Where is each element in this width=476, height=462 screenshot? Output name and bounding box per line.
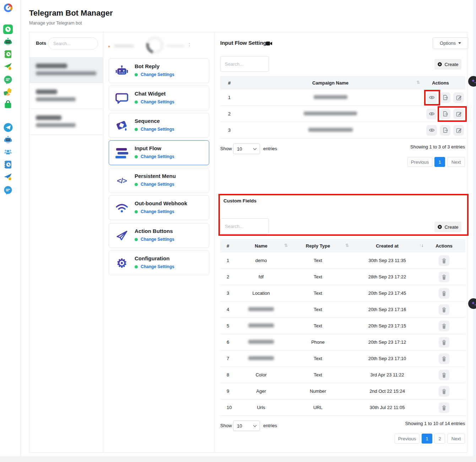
page-1-button[interactable]: 1 xyxy=(434,157,445,167)
delete-field-button[interactable] xyxy=(439,337,449,348)
col-created-at: Created at xyxy=(352,243,423,249)
card-chat-widget[interactable]: Chat Widget Change Settings xyxy=(109,86,209,110)
scrollbar[interactable] xyxy=(473,0,476,462)
send-campaign-green-icon[interactable]: 1 xyxy=(3,62,13,72)
card-configuration[interactable]: ⚙ Configuration Change Settings xyxy=(109,250,209,275)
bot-list-item-3[interactable] xyxy=(29,109,103,135)
campaign-create-button[interactable]: Create xyxy=(434,59,461,70)
telegram-icon[interactable] xyxy=(3,123,13,132)
field-created-at: 3rd Apr 23 11:22 xyxy=(352,372,423,377)
campaign-table: # Campaign Name Actions ⇅ 1 2 xyxy=(220,76,465,138)
custom-fields-search-input[interactable] xyxy=(220,218,269,234)
view-action-button[interactable] xyxy=(426,92,437,103)
delete-field-button[interactable] xyxy=(439,386,449,397)
sequence-change-settings-link[interactable]: Change Settings xyxy=(141,127,174,132)
persistent-menu-change-settings-link[interactable]: Change Settings xyxy=(141,182,174,187)
outbound-webhook-change-settings-link[interactable]: Change Settings xyxy=(141,209,174,214)
video-camera-icon[interactable] xyxy=(266,41,272,47)
chat-widget-icon xyxy=(114,91,130,106)
card-persistent-menu[interactable]: </> Persistent Menu Change Settings xyxy=(109,168,209,193)
options-button[interactable]: Options xyxy=(433,37,468,49)
delete-field-button[interactable] xyxy=(439,353,449,364)
page-1-button[interactable]: 1 xyxy=(422,434,432,444)
delete-field-button[interactable] xyxy=(439,255,449,266)
card-outbound-webhook[interactable]: Out-bound Webhook Change Settings xyxy=(109,195,209,220)
shop-green-icon[interactable] xyxy=(3,100,13,110)
send-campaign-blue-icon[interactable]: 1 xyxy=(3,172,13,182)
custom-field-row-2: 2 fdf Text 28th Sep 23 17:22 xyxy=(220,269,465,285)
delete-field-button[interactable] xyxy=(439,288,449,299)
entries-label: entries xyxy=(263,146,277,151)
status-dot xyxy=(135,238,138,241)
chat-widget-change-settings-link[interactable]: Change Settings xyxy=(141,99,174,104)
custom-field-row-6: 6 Phone 20th Sep 23 17:12 xyxy=(220,334,465,350)
export-action-button[interactable] xyxy=(440,125,450,136)
export-action-button[interactable] xyxy=(440,92,450,103)
bot-list-item-2[interactable] xyxy=(29,83,103,109)
field-reply-type: Number xyxy=(284,388,352,394)
sort-name-icon[interactable]: ⇅ xyxy=(284,243,288,248)
whatsapp-icon[interactable] xyxy=(3,25,13,34)
card-action-buttons[interactable]: Action Buttons Change Settings xyxy=(109,223,209,248)
action-buttons-change-settings-link[interactable]: Change Settings xyxy=(141,237,174,242)
field-name: Color xyxy=(238,372,284,377)
edit-action-button[interactable] xyxy=(453,109,464,119)
page-size-select[interactable]: 10 xyxy=(233,420,260,431)
left-app-rail: 1 1 xyxy=(0,0,21,462)
card-bot-reply[interactable]: Bot Reply Change Settings xyxy=(109,58,209,83)
delete-field-button[interactable] xyxy=(439,402,449,413)
export-action-button[interactable] xyxy=(440,109,450,119)
custom-field-row-3: 3 Location Text 20th Sep 23 17:45 xyxy=(220,285,465,301)
campaign-search-input[interactable] xyxy=(220,56,269,72)
view-action-button[interactable] xyxy=(426,109,437,119)
assistant-sparkle-button[interactable] xyxy=(468,298,476,309)
chevron-down-icon xyxy=(253,424,257,427)
bot-reply-change-settings-link[interactable]: Change Settings xyxy=(141,72,174,77)
caret-down-icon xyxy=(458,42,461,44)
bots-panel-title: Bots xyxy=(36,40,46,46)
card-input-flow[interactable]: Input Flow Change Settings xyxy=(109,140,209,165)
edit-action-button[interactable] xyxy=(453,92,464,103)
assistant-sparkle-button[interactable] xyxy=(468,76,476,87)
page-2-button[interactable]: 2 xyxy=(434,434,445,444)
card-sequence-label: Sequence xyxy=(135,118,160,124)
bots-search-input[interactable] xyxy=(48,37,98,50)
page-bottom-strip xyxy=(0,456,476,462)
custom-field-row-8: 8 Color Text 3rd Apr 23 11:22 xyxy=(220,367,465,383)
contact-book-blue-icon[interactable] xyxy=(3,160,13,170)
chevron-down-icon xyxy=(253,147,257,150)
card-sequence[interactable]: Sequence Change Settings xyxy=(109,113,209,138)
previous-page-button[interactable]: Previous xyxy=(395,434,420,444)
custom-fields-create-button[interactable]: Create xyxy=(434,222,461,232)
delete-field-button[interactable] xyxy=(439,304,449,315)
edit-action-button[interactable] xyxy=(453,125,464,136)
custom-field-row-10: 10 Urls URL 30th Jul 22 11:05 xyxy=(220,400,465,416)
view-action-button[interactable] xyxy=(426,125,437,136)
chat-blue-icon[interactable] xyxy=(3,185,13,195)
sort-icon[interactable]: ⇅ xyxy=(416,80,420,85)
previous-page-button[interactable]: Previous xyxy=(407,157,432,167)
bot-green-icon[interactable] xyxy=(3,37,13,47)
delete-field-button[interactable] xyxy=(439,370,449,380)
next-page-button[interactable]: Next xyxy=(447,157,465,167)
chat-green-icon[interactable] xyxy=(3,75,13,85)
field-created-at: 2nd Oct 22 15:24 xyxy=(352,388,423,394)
sort-created-at-icon[interactable]: ↑↓ xyxy=(419,243,423,248)
bot-blue-icon[interactable] xyxy=(3,135,13,145)
sort-reply-type-icon[interactable]: ⇅ xyxy=(345,243,349,248)
bot-list-item-1[interactable] xyxy=(29,57,103,83)
next-page-button[interactable]: Next xyxy=(447,434,465,444)
delete-field-button[interactable] xyxy=(439,272,449,282)
delete-field-button[interactable] xyxy=(439,321,449,331)
configuration-change-settings-link[interactable]: Change Settings xyxy=(141,264,174,269)
contact-book-green-icon[interactable] xyxy=(3,49,13,59)
status-dot xyxy=(135,73,138,76)
page-size-select[interactable]: 10 xyxy=(233,143,260,154)
dashboard-gauge-icon[interactable] xyxy=(3,3,13,13)
app-screen: 1 1 Telegram Bot Manager Manage xyxy=(0,0,476,462)
card-persistent-menu-label: Persistent Menu xyxy=(135,173,176,179)
integrations-green-icon[interactable] xyxy=(3,87,13,97)
field-reply-type: URL xyxy=(284,405,352,410)
audience-blue-icon[interactable] xyxy=(3,147,13,157)
input-flow-change-settings-link[interactable]: Change Settings xyxy=(141,154,174,159)
